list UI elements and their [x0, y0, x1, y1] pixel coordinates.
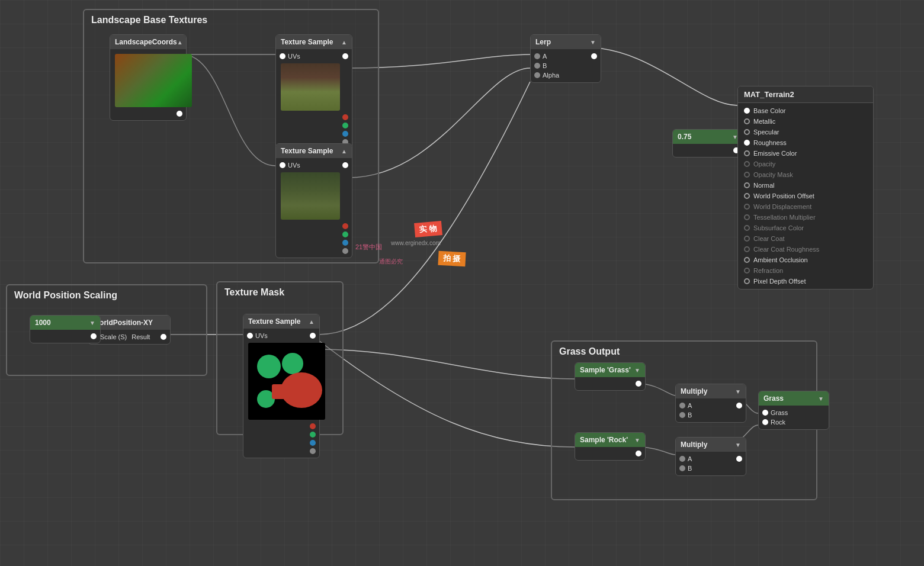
lerp-b-row: B: [531, 61, 601, 70]
sub-pin: [744, 225, 750, 231]
metallic-pin: [744, 118, 750, 124]
tess-pin: [744, 214, 750, 220]
m1-b-pin: [679, 412, 685, 418]
world-disp-row: World Displacement: [738, 201, 873, 212]
value-075-node[interactable]: 0.75 ▼: [672, 129, 743, 157]
metallic-label: Metallic: [753, 118, 775, 125]
subsurface-row: Subsurface Color: [738, 223, 873, 233]
value-1000-label: 1000: [35, 319, 51, 327]
gray-pin: [342, 248, 348, 254]
value-1000-header: 1000 ▼: [30, 316, 100, 330]
lerp-node[interactable]: Lerp ▼ A B Alpha: [530, 34, 601, 83]
ccr-pin: [744, 246, 750, 252]
emissive-pin: [744, 150, 750, 156]
opacity-mask-pin: [744, 172, 750, 178]
multiply-1-node[interactable]: Multiply ▼ A B: [675, 384, 746, 423]
opacity-pin: [744, 161, 750, 167]
sample-rock-header: Sample 'Rock' ▼: [575, 433, 645, 447]
ts2-title: Texture Sample: [281, 147, 333, 155]
collapse-btn[interactable]: ▲: [177, 39, 183, 46]
grass-title: Grass: [763, 394, 784, 403]
uvs-pin: [280, 53, 285, 59]
value-label: 0.75: [678, 133, 691, 141]
multiply-2-node[interactable]: Multiply ▼ A B: [675, 437, 746, 476]
ts2-collapse[interactable]: ▲: [341, 148, 347, 155]
ref-pin: [744, 268, 750, 274]
rock-label: Rock: [771, 419, 785, 426]
multiply-2-collapse[interactable]: ▼: [735, 442, 741, 448]
multiply-2-header: Multiply ▼: [676, 438, 746, 452]
normal-pin: [744, 182, 750, 188]
lerp-collapse[interactable]: ▼: [590, 39, 596, 46]
lerp-alpha-row: Alpha: [531, 70, 601, 80]
grass-label: Grass: [771, 409, 788, 416]
normal-label: Normal: [753, 182, 774, 189]
tm-uvs-row: UVs: [243, 331, 319, 340]
lerp-a-row: A: [531, 52, 601, 61]
grass-header: Grass ▼: [759, 391, 829, 406]
tm-gray-pin: [310, 448, 316, 454]
texture-sample-2-header: Texture Sample ▲: [276, 144, 352, 158]
specular-row: Specular: [738, 127, 873, 137]
sub-label: Subsurface Color: [753, 224, 804, 231]
specular-label: Specular: [753, 128, 779, 136]
svg-rect-4: [272, 384, 290, 399]
ts1-collapse[interactable]: ▲: [341, 39, 347, 46]
wpo-pin: [744, 193, 750, 199]
output-pin: [342, 53, 348, 59]
texture-sample-1-header: Texture Sample ▲: [276, 35, 352, 49]
multiply-1-collapse[interactable]: ▼: [735, 388, 741, 395]
pd-label: Pixel Depth Offset: [753, 278, 806, 285]
texture-mask-sample-node[interactable]: Texture Sample ▲ UVs: [243, 314, 320, 458]
roughness-row: Roughness: [738, 137, 873, 148]
value-1000-node[interactable]: 1000 ▼: [30, 315, 101, 343]
m1-a-label: A: [688, 402, 692, 409]
sample-grass-collapse[interactable]: ▼: [634, 367, 640, 374]
wd-pin: [744, 204, 750, 210]
value-1000-collapse[interactable]: ▼: [89, 320, 95, 326]
landscape-output-row: [110, 110, 186, 118]
sample-grass-node[interactable]: Sample 'Grass' ▼: [575, 362, 646, 391]
mat-terrain2-node[interactable]: MAT_Terrain2 Base Color Metallic Specula…: [737, 86, 874, 290]
grass-collapse[interactable]: ▼: [818, 395, 824, 402]
m2-a-label: A: [688, 455, 692, 462]
texture-preview-1: [281, 63, 340, 111]
wp-xy-title: WorldPosition-XY: [93, 319, 153, 327]
clear-coat-row: Clear Coat: [738, 233, 873, 244]
texture-sample-1-node[interactable]: Texture Sample ▲ UVs: [275, 34, 352, 149]
lerp-title: Lerp: [535, 38, 551, 46]
m1-b-label: B: [688, 411, 692, 419]
m1-a-pin: [679, 403, 685, 409]
normal-row: Normal: [738, 180, 873, 191]
ref-label: Refraction: [753, 267, 783, 274]
base-color-pin: [744, 108, 750, 114]
world-position-group-title: World Position Scaling: [7, 285, 206, 305]
base-color-label: Base Color: [753, 107, 785, 114]
result-label: Result: [131, 333, 150, 340]
uvs-label: UVs: [288, 162, 300, 169]
alpha-label: Alpha: [543, 72, 559, 79]
texture-sample-2-node[interactable]: Texture Sample ▲ UVs: [275, 143, 352, 258]
sample-rock-collapse[interactable]: ▼: [634, 437, 640, 443]
opacity-mask-label: Opacity Mask: [753, 171, 793, 178]
watermark-box2: 拍 摄: [438, 251, 466, 266]
ts1-title: Texture Sample: [281, 38, 333, 46]
landscape-coords-node[interactable]: LandscapeCoords ▲: [110, 34, 187, 121]
svg-point-1: [282, 353, 303, 374]
green-pin: [342, 231, 348, 237]
grass-node[interactable]: Grass ▼ Grass Rock: [758, 391, 829, 430]
b-pin: [534, 63, 540, 69]
tm-collapse[interactable]: ▲: [309, 319, 315, 325]
tm-title: Texture Sample: [248, 317, 300, 326]
red-pin: [342, 114, 348, 120]
tm-blue-pin: [310, 440, 316, 446]
sample-rock-node[interactable]: Sample 'Rock' ▼: [575, 432, 646, 461]
m1-output-pin: [736, 403, 742, 409]
pixel-depth-row: Pixel Depth Offset: [738, 276, 873, 287]
value-1000-output-pin: [91, 333, 97, 339]
grass-output-pin: [636, 381, 641, 387]
landscape-coords-header: LandscapeCoords ▲: [110, 35, 186, 49]
refraction-row: Refraction: [738, 265, 873, 276]
wpo-label: World Position Offset: [753, 192, 814, 200]
tm-green-pin: [310, 432, 316, 438]
